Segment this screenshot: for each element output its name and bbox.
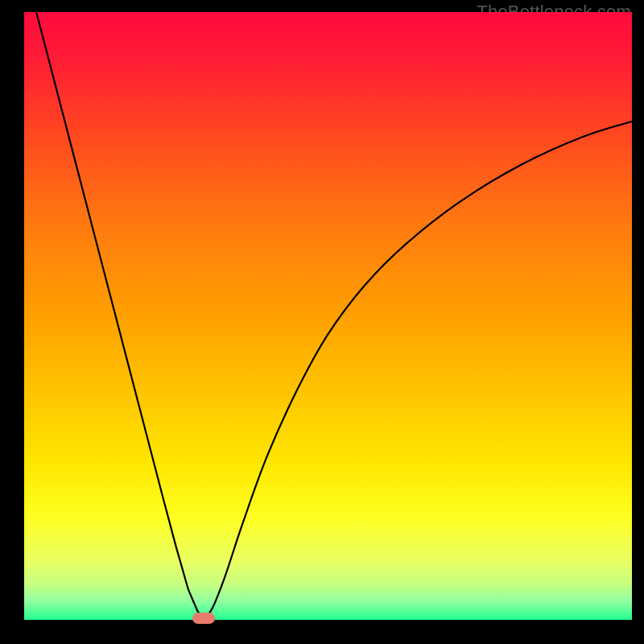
bottleneck-chart xyxy=(24,12,632,620)
chart-frame xyxy=(24,12,632,620)
optimal-point-marker xyxy=(192,613,215,624)
